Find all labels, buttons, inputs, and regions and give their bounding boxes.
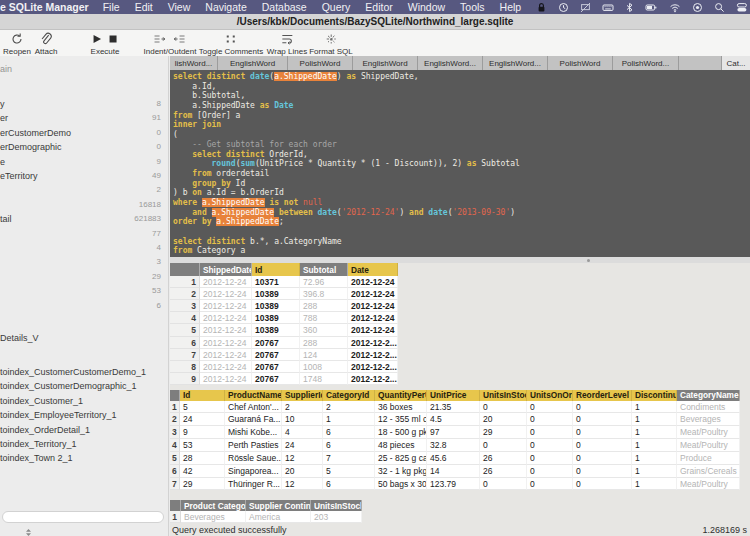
table-row[interactable]: 52012-12-24103893602012-12-24: [170, 324, 398, 336]
lock-icon[interactable]: [536, 2, 547, 13]
sidebar-item[interactable]: Details_V: [0, 333, 168, 346]
sidebar-item[interactable]: 6: [0, 301, 168, 314]
menu-item-file[interactable]: File: [103, 1, 120, 13]
table-row[interactable]: 72012-12-24207671242012-12-2...: [170, 349, 398, 361]
menu-item-help[interactable]: Help: [500, 1, 522, 13]
menu-item-window[interactable]: Window: [408, 1, 445, 13]
column-header-supplierid[interactable]: SupplierId: [282, 390, 323, 401]
table-row[interactable]: 642Singaporea...20532 - 1 kg pkgs.142600…: [170, 465, 740, 478]
table-row[interactable]: 729Thüringer R...12650 bags x 30...123.7…: [170, 478, 740, 491]
search-icon[interactable]: [714, 2, 725, 13]
keyboard-icon[interactable]: [602, 2, 614, 13]
sidebar-item[interactable]: e9: [0, 157, 168, 170]
column-header-categoryid[interactable]: CategoryId: [323, 390, 375, 401]
sidebar-item[interactable]: toindex_EmployeeTerritory_1: [0, 410, 168, 423]
toolbar-button-reopen[interactable]: Reopen: [3, 32, 31, 56]
table-row[interactable]: 42012-12-24103897882012-12-24: [170, 312, 398, 324]
sidebar-item[interactable]: 29: [0, 272, 168, 285]
sidebar-item[interactable]: eTerritory49: [0, 171, 168, 184]
sidebar-item[interactable]: y8: [0, 99, 168, 112]
column-header-subtotal[interactable]: Subtotal: [300, 263, 348, 276]
sidebar-item[interactable]: erCustomerDemo0: [0, 128, 168, 141]
column-header-id[interactable]: Id: [252, 263, 300, 276]
sidebar-item[interactable]: 4: [0, 243, 168, 256]
tab-blank[interactable]: [679, 56, 722, 70]
sidebar-item[interactable]: toindex_CustomerCustomerDemo_1: [0, 367, 168, 380]
column-header-id[interactable]: Id: [180, 390, 225, 401]
sidebar-item[interactable]: toindex_OrderDetail_1: [0, 425, 168, 438]
sidebar-item[interactable]: toindex_Town 2_1: [0, 453, 168, 466]
tab-lishword[interactable]: lishWord...: [170, 56, 218, 70]
sidebar-item[interactable]: tail621883: [0, 214, 168, 227]
menu-item-query[interactable]: Query: [322, 1, 351, 13]
record-icon[interactable]: [692, 2, 703, 13]
column-header-productname[interactable]: ProductName: [225, 390, 282, 401]
table-row[interactable]: 22012-12-2410389396.82012-12-24: [170, 288, 398, 300]
app-menu[interactable]: e SQLite Manager: [0, 1, 89, 13]
column-header-unitsonorder[interactable]: UnitsOnOrder: [527, 390, 573, 401]
column-header-shippeddate[interactable]: ShippedDate: [200, 263, 252, 276]
sidebar-stepper[interactable]: [24, 523, 33, 532]
menu-item-view[interactable]: View: [168, 1, 191, 13]
sidebar-item[interactable]: 16818: [0, 200, 168, 213]
table-row[interactable]: 62012-12-24207672882012-12-2...: [170, 337, 398, 349]
toolbar-button-indent-outdent[interactable]: Indent/Outdent: [144, 32, 197, 56]
toolbar-button-wrap-lines[interactable]: Wrap Lines: [267, 32, 307, 56]
menu-item-tools[interactable]: Tools: [460, 1, 485, 13]
column-header-quantityperunit[interactable]: QuantityPerUnit: [375, 390, 427, 401]
clock-icon[interactable]: [558, 2, 569, 13]
toolbar-button-format-sql[interactable]: Format SQL: [309, 32, 353, 56]
table-row[interactable]: 92012-12-242076717482012-12-2...: [170, 373, 398, 385]
table-row[interactable]: 15Chef Anton'...2236 boxes21.350001Condi…: [170, 401, 740, 414]
battery-icon[interactable]: [645, 2, 658, 13]
sidebar-item[interactable]: toindex_CustomerDemographic_1: [0, 381, 168, 394]
menu-item-navigate[interactable]: Navigate: [205, 1, 246, 13]
sidebar-filter-input[interactable]: [2, 511, 164, 523]
menu-item-database[interactable]: Database: [262, 1, 307, 13]
tab-englishword[interactable]: EnglishWord...: [418, 56, 483, 70]
sidebar-item[interactable]: 2: [0, 185, 168, 198]
tab-cat[interactable]: Cat...: [722, 56, 750, 70]
tab-englishword[interactable]: EnglishWord: [218, 56, 288, 70]
toolbar-button-toggle-comments[interactable]: Toggle Comments: [199, 32, 263, 56]
table-row[interactable]: 32012-12-24103892882012-12-24: [170, 300, 398, 312]
bluetooth-icon[interactable]: [625, 2, 634, 13]
sidebar-item[interactable]: toindex_Territory_1: [0, 439, 168, 452]
column-header-date[interactable]: Date: [348, 263, 398, 276]
table-row[interactable]: 82012-12-242076710082012-12-2...: [170, 361, 398, 373]
column-header-discontinued[interactable]: Discontinued: [632, 390, 677, 401]
column-header-reorderlevel[interactable]: ReorderLevel: [573, 390, 632, 401]
sql-editor[interactable]: select distinct date(a.ShippedDate) as S…: [170, 70, 750, 257]
sidebar-item[interactable]: 77: [0, 229, 168, 242]
column-header-categoryname[interactable]: CategoryName: [677, 390, 740, 401]
table-row[interactable]: 224Guaraná Fa...10112 - 355 ml c...4.520…: [170, 413, 740, 426]
toolbar-button-execute[interactable]: Execute: [91, 32, 120, 56]
sidebar-item[interactable]: er91: [0, 113, 168, 126]
sidebar-item[interactable]: erDemographic0: [0, 142, 168, 155]
table-row[interactable]: 1BeveragesAmerica203: [170, 511, 362, 523]
sidebar-item[interactable]: 3: [0, 257, 168, 270]
column-header-supplier-continent[interactable]: Supplier Continent: [246, 500, 311, 511]
wifi-icon[interactable]: [669, 2, 681, 13]
table-row[interactable]: 12012-12-241037172.962012-12-24: [170, 276, 398, 288]
tab-englishword[interactable]: EnglishWord: [353, 56, 418, 70]
table-cell: 788: [300, 312, 348, 324]
sidebar-item[interactable]: 53: [0, 286, 168, 299]
display-off-icon[interactable]: [580, 2, 591, 13]
table-row[interactable]: 39Mishi Kobe...4618 - 500 g pk...9729001…: [170, 426, 740, 439]
tab-polishword[interactable]: PolishWord: [288, 56, 353, 70]
toolbar-button-attach[interactable]: Attach: [35, 32, 58, 56]
menu-item-edit[interactable]: Edit: [135, 1, 153, 13]
table-row[interactable]: 453Perth Pasties24648 pieces32.80001Meat…: [170, 439, 740, 452]
sidebar-item[interactable]: toindex_Customer_1: [0, 396, 168, 409]
column-header-unitsinstock[interactable]: UnitsInStock: [311, 500, 362, 511]
tab-polishword[interactable]: PolishWord: [548, 56, 613, 70]
tab-polishword[interactable]: PolishWord...: [613, 56, 679, 70]
column-header-product-category[interactable]: Product Category: [181, 500, 246, 511]
column-header-unitprice[interactable]: UnitPrice: [427, 390, 480, 401]
menu-item-editor[interactable]: Editor: [365, 1, 392, 13]
tab-englishword[interactable]: EnglishWord...: [483, 56, 548, 70]
user-switch-icon[interactable]: [736, 2, 748, 13]
column-header-unitsinstock[interactable]: UnitsInStock: [480, 390, 527, 401]
table-row[interactable]: 528Rössle Saue...12725 - 825 g cans45.62…: [170, 452, 740, 465]
